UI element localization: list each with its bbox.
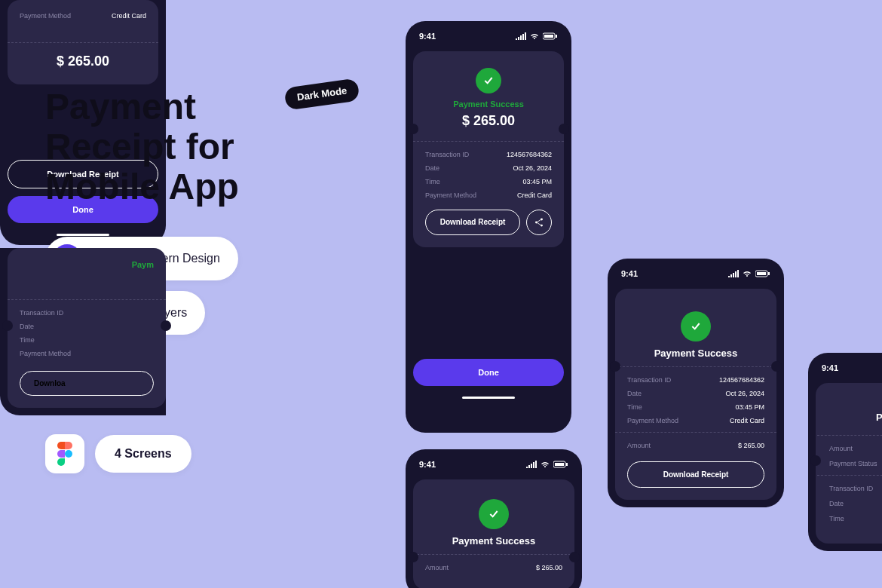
- divider: [817, 435, 882, 436]
- receipt-card: Paym Transaction ID Date Time Payment Me…: [8, 248, 166, 408]
- row-key: Date: [829, 500, 844, 507]
- row-key: Amount: [627, 442, 651, 449]
- receipt-card: Payment Success Transaction ID1245676843…: [615, 289, 776, 500]
- wifi-icon: [540, 461, 550, 468]
- receipt-card: Payme Amount Payment Status Transaction …: [816, 383, 882, 544]
- success-check-icon: [479, 499, 509, 529]
- row-key: Payment Method: [425, 191, 476, 199]
- download-receipt-button[interactable]: Download Receipt: [627, 461, 764, 488]
- row-key: Transaction ID: [20, 309, 63, 317]
- row-value: Credit Card: [112, 12, 146, 20]
- wifi-icon: [529, 32, 540, 40]
- signal-icon: [516, 32, 526, 40]
- done-button[interactable]: Done: [413, 359, 564, 386]
- row-value: $ 265.00: [536, 564, 562, 571]
- phone-mockup-main: 9:41 Payment Success $ 265.00 Transactio…: [406, 21, 571, 433]
- row-value: 03:45 PM: [522, 178, 552, 185]
- download-receipt-button[interactable]: Downloa: [20, 371, 154, 396]
- statusbar-icons: [516, 32, 558, 40]
- battery-icon: [755, 270, 770, 277]
- divider: [615, 366, 776, 367]
- statusbar-time: 9:41: [419, 32, 436, 41]
- row-key: Amount: [829, 445, 853, 452]
- divider: [817, 475, 882, 476]
- statusbar-time: 9:41: [621, 269, 638, 278]
- statusbar-time: 9:41: [419, 460, 436, 469]
- receipt-card: Payment Success $ 265.00 Transaction ID1…: [413, 51, 564, 247]
- row-value: 124567684362: [719, 376, 764, 384]
- share-icon: [534, 217, 544, 228]
- phone-mockup-variant-right: Paym Transaction ID Date Time Payment Me…: [0, 248, 166, 415]
- row-value: $ 265.00: [738, 442, 764, 449]
- share-button[interactable]: [526, 210, 552, 235]
- row-key: Date: [20, 323, 34, 330]
- row-key: Amount: [425, 564, 449, 571]
- row-key: Transaction ID: [829, 485, 873, 492]
- success-check-icon: [681, 311, 711, 341]
- headline-line-3: Mobile App: [45, 167, 239, 207]
- headline: Payment Dark Mode Receipt for Mobile App: [45, 87, 369, 207]
- row-value: Credit Card: [730, 417, 764, 424]
- svg-rect-4: [556, 35, 557, 38]
- svg-point-5: [535, 222, 537, 224]
- wifi-icon: [742, 270, 752, 277]
- download-receipt-button[interactable]: Download Receipt: [425, 210, 520, 235]
- svg-rect-10: [768, 272, 770, 275]
- statusbar-icons: [728, 270, 770, 277]
- phone-mockup-variant-3: 9:41 Payment Success Amount$ 265.00: [406, 449, 582, 588]
- row-value: Credit Card: [517, 191, 552, 199]
- divider: [413, 554, 574, 555]
- statusbar-icons: [526, 461, 568, 468]
- headline-line-1: Payment: [45, 87, 196, 127]
- figma-badge: [45, 434, 84, 473]
- svg-point-1: [65, 450, 72, 458]
- battery-icon: [543, 32, 558, 40]
- row-value: Oct 26, 2024: [725, 390, 764, 397]
- svg-rect-12: [555, 463, 564, 466]
- row-key: Payment Status: [829, 460, 877, 467]
- figma-icon: [57, 442, 73, 466]
- statusbar-time: 9:41: [822, 363, 838, 372]
- phone-mockup-variant-4: 9:41 Payme Amount Payment Status Transac…: [808, 353, 882, 551]
- svg-rect-9: [757, 272, 766, 275]
- row-value: 124567684362: [507, 151, 552, 158]
- signal-icon: [526, 461, 537, 468]
- row-value: Oct 26, 2024: [513, 164, 552, 172]
- svg-point-6: [541, 218, 543, 220]
- headline-line-2: Receipt for: [45, 127, 234, 167]
- svg-point-7: [541, 225, 543, 227]
- signal-icon: [728, 270, 739, 277]
- row-key: Transaction ID: [627, 376, 671, 384]
- row-key: Time: [425, 178, 440, 185]
- payment-success-label: Payment Success: [425, 100, 552, 109]
- divider: [8, 42, 158, 43]
- divider: [615, 432, 776, 433]
- payment-success-label: Payment Success: [425, 535, 562, 547]
- row-key: Time: [20, 336, 35, 344]
- payment-success-label: Payme: [829, 412, 882, 423]
- success-check-icon: [476, 68, 501, 93]
- battery-icon: [553, 461, 568, 468]
- divider: [413, 141, 564, 142]
- row-key: Payment Method: [20, 350, 71, 357]
- row-value: 03:45 PM: [735, 403, 764, 411]
- amount-value: $ 265.00: [20, 54, 146, 69]
- screens-count-pill: 4 Screens: [95, 435, 191, 473]
- row-key: Payment Method: [627, 417, 678, 424]
- row-key: Date: [627, 390, 642, 397]
- dark-mode-badge: Dark Mode: [283, 78, 360, 111]
- divider: [8, 299, 166, 300]
- row-key: Time: [829, 515, 844, 522]
- phone-mockup-variant-2: 9:41 Payment Success Transaction ID12456…: [608, 259, 784, 507]
- svg-rect-3: [544, 35, 553, 38]
- row-key: Transaction ID: [425, 151, 469, 158]
- payment-success-label: Paym: [20, 260, 154, 269]
- receipt-card: Payment MethodCredit Card $ 265.00: [8, 0, 158, 84]
- receipt-card: Payment Success Amount$ 265.00: [413, 479, 574, 588]
- svg-rect-13: [566, 463, 568, 466]
- amount-value: $ 265.00: [425, 113, 552, 129]
- payment-success-label: Payment Success: [627, 348, 764, 359]
- row-key: Payment Method: [20, 12, 71, 20]
- row-key: Date: [425, 164, 439, 172]
- home-indicator: [462, 397, 515, 399]
